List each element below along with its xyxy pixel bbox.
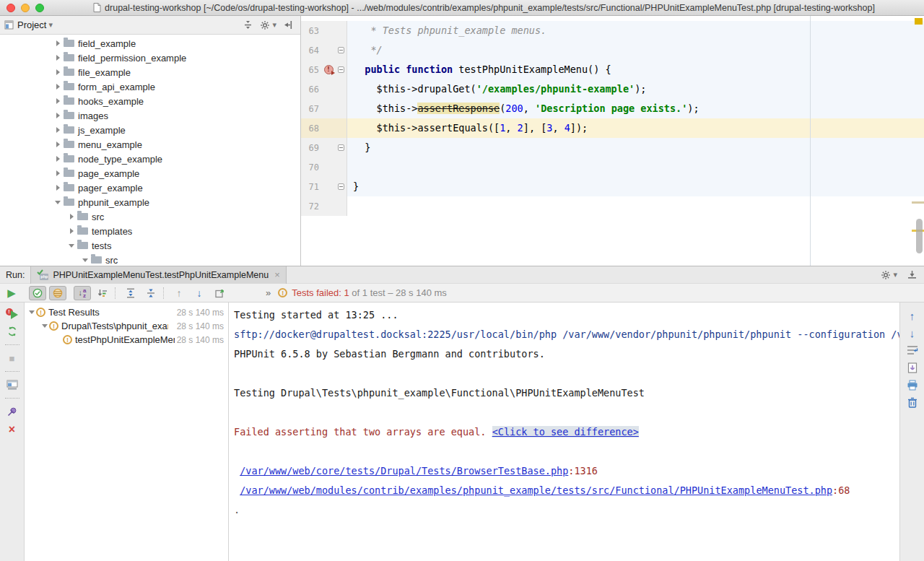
code-line[interactable]: 69 }: [301, 138, 924, 157]
project-tree-item[interactable]: js_example: [0, 123, 300, 137]
gear-icon[interactable]: [881, 270, 891, 280]
chevron-down-icon[interactable]: [67, 244, 76, 248]
next-message-button[interactable]: ↓: [905, 326, 920, 339]
project-tree-item[interactable]: node_type_example: [0, 152, 300, 166]
chevron-down-icon[interactable]: ▾: [48, 20, 53, 30]
chevron-right-icon[interactable]: [53, 84, 62, 90]
restore-layout-button[interactable]: [5, 378, 19, 391]
project-tree-item[interactable]: phpunit_example: [0, 195, 300, 209]
project-tree-item[interactable]: page_example: [0, 166, 300, 181]
test-tree-item[interactable]: !Drupal\Tests\phpunit_example\Functional…: [25, 319, 228, 333]
code-line[interactable]: 70: [301, 157, 924, 177]
print-button[interactable]: [905, 378, 920, 391]
expand-all-button[interactable]: [122, 286, 139, 300]
minimize-window-button[interactable]: [21, 4, 30, 12]
rerun-failed-tests-button[interactable]: !: [6, 308, 19, 320]
test-tree-item[interactable]: !Test Results28 s 140 ms: [25, 305, 228, 319]
project-tree-item[interactable]: file_example: [0, 65, 300, 79]
export-test-results-button[interactable]: [211, 286, 228, 300]
tests-summary-text: of 1 test – 28 s 140 ms: [349, 287, 447, 298]
sort-by-duration-button[interactable]: [94, 286, 111, 300]
toggle-auto-test-button[interactable]: [5, 325, 19, 338]
gutter-cell: 66: [301, 79, 347, 99]
soft-wrap-button[interactable]: [905, 344, 920, 357]
scroll-to-end-button[interactable]: [905, 361, 920, 374]
ruler-warning-mark[interactable]: [912, 201, 924, 204]
chevron-right-icon[interactable]: [67, 228, 76, 234]
chevron-down-icon[interactable]: [53, 201, 62, 204]
editor[interactable]: 63 * Tests phpunit_example menus.64 */65…: [301, 16, 924, 266]
chevron-right-icon[interactable]: [53, 113, 62, 118]
code-line[interactable]: 68 $this->assertEquals([1, 2], [3, 4]);: [301, 118, 924, 138]
console-link[interactable]: <Click to see difference>: [492, 426, 639, 438]
code-token: }: [353, 142, 370, 153]
collapse-all-button[interactable]: [142, 286, 160, 300]
rerun-button[interactable]: ▶: [3, 286, 20, 300]
stop-button[interactable]: ■: [5, 352, 19, 365]
chevron-right-icon[interactable]: [53, 69, 62, 75]
previous-failed-test-button[interactable]: ↑: [170, 286, 188, 300]
gear-icon[interactable]: [260, 20, 270, 30]
zoom-window-button[interactable]: [35, 4, 44, 12]
code-line[interactable]: 72: [301, 196, 924, 216]
editor-scrollbar-thumb[interactable]: [916, 219, 923, 253]
chevron-right-icon[interactable]: [53, 55, 62, 61]
chevron-right-icon[interactable]: [53, 127, 62, 133]
chevron-right-icon[interactable]: [53, 170, 62, 176]
inspection-status-icon[interactable]: [915, 18, 923, 25]
next-failed-test-button[interactable]: ↓: [191, 286, 208, 300]
console-link[interactable]: /var/www/web/modules/contrib/examples/ph…: [240, 484, 832, 496]
project-tree-item[interactable]: tests: [0, 238, 300, 253]
code-line[interactable]: 71}: [301, 177, 924, 196]
pin-tab-button[interactable]: [5, 405, 19, 418]
more-actions-icon[interactable]: »: [266, 287, 271, 298]
close-panel-button[interactable]: ×: [5, 423, 19, 436]
chevron-right-icon[interactable]: [53, 185, 62, 191]
close-window-button[interactable]: [6, 4, 15, 12]
run-settings-group[interactable]: ▾: [881, 270, 897, 280]
project-tree-item[interactable]: field_permission_example: [0, 51, 300, 65]
run-configuration-tab[interactable]: php PHPUnitExampleMenuTest.testPhpUnitEx…: [30, 266, 286, 284]
test-tree-item[interactable]: !testPhpUnitExampleMenu28 s 140 ms: [25, 333, 228, 347]
chevron-right-icon[interactable]: [67, 214, 76, 219]
chevron-down-icon[interactable]: [40, 324, 49, 328]
prev-message-button[interactable]: ↑: [905, 309, 920, 322]
code-line[interactable]: 65! public function testPhpUnitExampleMe…: [301, 60, 924, 79]
console-link[interactable]: /var/www/web/core/tests/Drupal/Tests/Bro…: [240, 465, 568, 477]
show-passed-button[interactable]: [29, 286, 46, 300]
fold-marker-icon[interactable]: [338, 66, 344, 73]
show-ignored-button[interactable]: [49, 286, 66, 300]
sort-alphabetically-button[interactable]: ↓az: [74, 286, 91, 300]
project-panel-title[interactable]: Project: [17, 19, 46, 30]
project-tree-item[interactable]: menu_example: [0, 137, 300, 152]
chevron-right-icon[interactable]: [53, 98, 62, 104]
code-line[interactable]: 67 $this->assertResponse(200, 'Descripti…: [301, 99, 924, 118]
project-tree-item[interactable]: pager_example: [0, 181, 300, 195]
project-tree-item[interactable]: src: [0, 253, 300, 266]
code-line[interactable]: 64 */: [301, 40, 924, 60]
close-tab-icon[interactable]: ×: [274, 269, 280, 280]
project-tree-item[interactable]: src: [0, 209, 300, 224]
test-failed-gutter-icon[interactable]: !: [324, 65, 334, 74]
project-tree-item[interactable]: templates: [0, 224, 300, 238]
collapse-all-icon[interactable]: [243, 20, 253, 30]
fold-marker-icon[interactable]: [338, 47, 344, 53]
hide-panel-icon[interactable]: [284, 20, 293, 30]
project-settings-group[interactable]: ▾: [260, 20, 276, 30]
chevron-down-icon[interactable]: [27, 310, 36, 314]
console[interactable]: Testing started at 13:25 ...sftp://docke…: [229, 303, 899, 561]
chevron-right-icon[interactable]: [53, 156, 62, 162]
project-tree-item[interactable]: hooks_example: [0, 94, 300, 108]
chevron-right-icon[interactable]: [53, 40, 62, 46]
project-tree-item[interactable]: form_api_example: [0, 79, 300, 94]
project-tree-item[interactable]: images: [0, 108, 300, 123]
hide-tool-window-icon[interactable]: [907, 270, 917, 279]
clear-console-button[interactable]: [905, 396, 920, 409]
chevron-right-icon[interactable]: [53, 142, 62, 147]
code-line[interactable]: 63 * Tests phpunit_example menus.: [301, 21, 924, 40]
fold-marker-icon[interactable]: [338, 183, 344, 190]
fold-marker-icon[interactable]: [338, 144, 344, 151]
chevron-down-icon[interactable]: [81, 258, 90, 262]
project-tree-item[interactable]: field_example: [0, 36, 300, 51]
code-line[interactable]: 66 $this->drupalGet('/examples/phpunit-e…: [301, 79, 924, 99]
